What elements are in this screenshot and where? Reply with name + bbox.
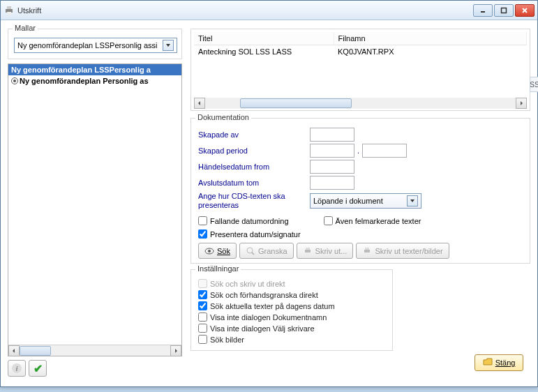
- label-cds: Ange hur CDS-texten ska presenteras: [198, 192, 310, 210]
- checkmark-icon: ✔: [33, 362, 43, 375]
- avslut-input[interactable]: [310, 176, 354, 190]
- table-horizontal-scrollbar[interactable]: [194, 98, 527, 109]
- forhands-label: Sök och förhandsgranska direkt: [210, 291, 318, 299]
- background-fragment: SS: [530, 77, 538, 92]
- col-titel[interactable]: Titel: [194, 32, 334, 45]
- radio-icon: [11, 77, 18, 84]
- handelsedatum-input[interactable]: [310, 160, 354, 174]
- svg-rect-20: [364, 250, 370, 252]
- ok-button[interactable]: ✔: [29, 360, 47, 377]
- scroll-left-button[interactable]: [8, 345, 20, 356]
- forhands-checkbox[interactable]: [198, 290, 207, 299]
- chevron-down-icon: [163, 40, 174, 51]
- folder-icon: [483, 358, 493, 368]
- mallar-combo[interactable]: Ny genomförandeplan LSSPersonlig assi: [14, 38, 177, 53]
- svg-point-14: [208, 250, 211, 252]
- skriv-direkt-label: Sök och skriv ut direkt: [210, 280, 285, 288]
- scroll-thumb[interactable]: [20, 346, 51, 356]
- list-item-label: Ny genomförandeplan Personlig as: [20, 77, 149, 85]
- stang-button[interactable]: Stäng: [475, 354, 523, 371]
- scroll-right-button[interactable]: [170, 345, 181, 356]
- label-handelsedatum: Händelsedatum from: [198, 163, 310, 171]
- svg-rect-1: [7, 6, 11, 9]
- files-table[interactable]: Titel Filnamn Anteckning SOL LSS LASS KQ…: [194, 32, 527, 58]
- sok-bilder-label: Sök bilder: [210, 336, 244, 344]
- list-item-label: Ny genomförandeplan LSSPersonlig a: [11, 66, 151, 74]
- aven-fel-label: Även felmarkerade texter: [336, 217, 421, 225]
- cds-select-value: Löpande i dokument: [313, 197, 383, 205]
- info-button[interactable]: i: [8, 360, 26, 377]
- mallar-list[interactable]: Ny genomförandeplan LSSPersonlig a Ny ge…: [8, 63, 182, 356]
- printer-icon: [362, 246, 372, 256]
- doknamn-label: Visa inte dialogen Dokumentnamn: [210, 313, 327, 322]
- dokumentation-title: Dokumentation: [195, 113, 251, 121]
- table-group: Titel Filnamn Anteckning SOL LSS LASS KQ…: [190, 29, 530, 111]
- window-title: Utskrift: [17, 6, 473, 15]
- info-icon: i: [12, 363, 22, 373]
- svg-point-15: [247, 248, 253, 253]
- skapade-av-input[interactable]: [310, 128, 354, 142]
- cds-select[interactable]: Löpande i dokument: [310, 193, 421, 209]
- titlebar: Utskrift: [1, 1, 537, 20]
- svg-line-16: [252, 252, 254, 255]
- sok-label: Sök: [217, 247, 230, 255]
- aven-fel-checkbox[interactable]: [324, 216, 333, 225]
- granska-button[interactable]: Granska: [239, 243, 294, 259]
- fallande-checkbox[interactable]: [198, 216, 207, 225]
- svg-marker-11: [521, 101, 523, 105]
- svg-rect-22: [365, 252, 369, 255]
- valj-skrivare-checkbox[interactable]: [198, 324, 207, 333]
- printer-icon: [303, 246, 313, 256]
- printer-icon: [3, 5, 15, 16]
- label-avslut: Avslutsdatum tom: [198, 179, 310, 187]
- dagens-checkbox[interactable]: [198, 301, 207, 310]
- skriv-ut-button[interactable]: Skriv ut...: [297, 243, 354, 259]
- stang-label: Stäng: [495, 359, 516, 367]
- dokumentation-group: Dokumentation Skapade av Skapad period .…: [190, 118, 530, 264]
- sok-bilder-checkbox[interactable]: [198, 335, 207, 344]
- svg-rect-18: [306, 248, 310, 250]
- skriv-ut-tb-label: Skriv ut texter/bilder: [375, 247, 442, 255]
- horizontal-scrollbar[interactable]: [8, 345, 181, 356]
- minimize-button[interactable]: [473, 4, 493, 17]
- svg-rect-4: [502, 8, 507, 13]
- magnifier-icon: [246, 246, 255, 256]
- maximize-button[interactable]: [494, 4, 514, 17]
- cell-titel: Anteckning SOL LSS LASS: [194, 45, 334, 59]
- granska-label: Granska: [258, 247, 287, 255]
- period-to-input[interactable]: [362, 144, 407, 158]
- list-item[interactable]: Ny genomförandeplan Personlig as: [8, 75, 181, 86]
- mallar-group: Mallar Ny genomförandeplan LSSPersonlig …: [8, 29, 182, 59]
- presentera-checkbox[interactable]: [198, 229, 207, 239]
- sok-button[interactable]: Sök: [198, 243, 237, 259]
- svg-rect-21: [365, 248, 369, 250]
- svg-marker-23: [484, 359, 492, 365]
- installningar-title: Inställningar: [195, 264, 241, 273]
- col-filnamn[interactable]: Filnamn: [334, 32, 527, 45]
- list-item[interactable]: Ny genomförandeplan LSSPersonlig a: [8, 64, 181, 75]
- chevron-down-icon: [407, 195, 418, 206]
- cell-filnamn: KQ0JVANT.RPX: [334, 45, 527, 59]
- scroll-left-button[interactable]: [194, 98, 205, 109]
- installningar-group: Inställningar Sök och skriv ut direkt Sö…: [190, 269, 393, 351]
- scroll-thumb[interactable]: [240, 98, 352, 108]
- svg-marker-7: [166, 44, 170, 47]
- svg-marker-12: [410, 199, 414, 202]
- mallar-group-title: Mallar: [13, 24, 38, 32]
- skriv-direkt-checkbox: [198, 279, 207, 288]
- svg-rect-2: [7, 12, 11, 15]
- table-row[interactable]: Anteckning SOL LSS LASS KQ0JVANT.RPX: [194, 45, 527, 59]
- svg-rect-19: [306, 252, 310, 255]
- scroll-right-button[interactable]: [516, 98, 527, 109]
- doknamn-checkbox[interactable]: [198, 312, 207, 322]
- fallande-label: Fallande datumordning: [210, 217, 289, 225]
- skriv-ut-label: Skriv ut...: [315, 247, 348, 255]
- skriv-ut-texter-bilder-button[interactable]: Skriv ut texter/bilder: [356, 243, 449, 259]
- close-window-button[interactable]: [515, 4, 535, 17]
- svg-marker-8: [13, 349, 15, 353]
- mallar-combo-text: Ny genomförandeplan LSSPersonlig assi: [17, 41, 163, 50]
- dagens-label: Sök aktuella texter på dagens datum: [210, 302, 335, 310]
- period-from-input[interactable]: [310, 144, 354, 158]
- eye-icon: [204, 246, 214, 256]
- presentera-label: Presentera datum/signatur: [210, 230, 301, 239]
